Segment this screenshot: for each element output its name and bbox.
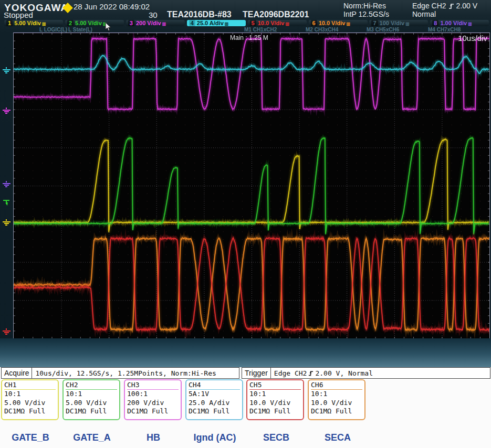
trigger-info-bar[interactable]: Trigger Edge CH2 2.00 V, Normal [242, 367, 490, 379]
bar-item-m3-ch5xch6[interactable]: M3 CH5xCH6 [367, 27, 399, 33]
channel-scale: 200 V/div [136, 20, 161, 26]
probe-icon: ▥ [346, 22, 350, 26]
waveform-graticule: Main : 1.25 M 10us/div [13, 33, 490, 339]
coupling: DC1MΩ Full [66, 407, 117, 416]
channel-box-title: CH5 [249, 380, 301, 390]
channel-scale-bar: 15.00 V/div▥25.00 V/div▥3200 V/div▥425.0… [0, 20, 491, 27]
probe-ratio: 100:1 [127, 390, 179, 399]
channel-scale: 5.00 V/div [14, 20, 41, 26]
channel-button-ch3[interactable]: 3200 V/div▥ [126, 20, 185, 26]
channel-box-title: CH4 [189, 380, 240, 390]
channel-box-title: CH6 [311, 380, 362, 390]
coupling: DC1MΩ Full [249, 407, 301, 416]
channel-button-ch4[interactable]: 425.0 A/div▥ [187, 20, 246, 26]
probe-icon: ▥ [225, 22, 229, 26]
coupling: DC1MΩ Full [127, 407, 179, 416]
channel-box-title: CH3 [127, 380, 179, 390]
channel-button-ch2[interactable]: 25.00 V/div▥ [65, 20, 124, 26]
signal-label-secb: SECB [263, 432, 289, 443]
channel-number: 5 [250, 20, 256, 26]
coupling: DC1MΩ Full [4, 407, 56, 416]
coupling: DC1MΩ Full [189, 407, 240, 416]
bar-item-l-state-l-[interactable]: L State(L) [68, 27, 92, 33]
channel-number: 8 [432, 20, 438, 26]
interpolation-rate: IntP 12.5GS/s [343, 10, 389, 18]
signal-label-gate-a: GATE_A [73, 432, 111, 443]
channel-number: 3 [128, 20, 134, 26]
probe-ratio: 10:1 [249, 390, 301, 399]
acquire-mode: Norm:Hi-Res [343, 2, 386, 10]
acquire-info-bar[interactable]: Acquire 10us/div, 12.5GS/s, 1.25MPoints,… [1, 367, 239, 379]
channel-number: 6 [311, 20, 317, 26]
trigger-info: Edge CH2 2.00 V, Normal [271, 369, 376, 377]
bar-item-l-logic-l-[interactable]: L LOGIC(L) [39, 27, 67, 33]
ch8-position-marker[interactable] [2, 181, 11, 187]
channel-box-ch4[interactable]: CH45A:1V25.0 A/divDC1MΩ Full [185, 379, 243, 420]
channel-box-ch5[interactable]: CH510:110.0 V/divDC1MΩ Full [246, 379, 304, 420]
channel-box-title: CH1 [4, 380, 56, 390]
rising-edge-icon [448, 3, 454, 9]
bar-item-m4-ch7xch8[interactable]: M4 CH7xCH8 [428, 27, 461, 33]
channel-scale: 25.0 A/div [197, 20, 224, 26]
bar-item-m2-ch3xch4[interactable]: M2 CH3xCH4 [306, 27, 338, 33]
vertical-scale: 10.0 V/div [311, 399, 362, 408]
vertical-scale: 25.0 A/div [189, 399, 240, 408]
channel-button-ch5[interactable]: 510.0 V/div▥ [248, 20, 307, 26]
datetime: 28 Jun 2022 08:49:02 [74, 2, 150, 11]
channel-scale: 100 V/div [380, 20, 405, 26]
signal-label-gate-b: GATE_B [12, 432, 49, 443]
trigger-level: 2.00 V [456, 2, 477, 10]
file-name-1: TEA2016DB-#83 [167, 10, 232, 19]
mouse-cursor-icon [105, 22, 112, 34]
record-length-label: Main : 1.25 M [230, 34, 268, 41]
channel-button-ch1[interactable]: 15.00 V/div▥ [4, 20, 63, 26]
probe-ratio: 5A:1V [189, 390, 240, 399]
trigger-info-suffix: 2.00 V, Normal [315, 369, 373, 377]
trigger-label: Trigger [242, 368, 271, 378]
channel-box-ch3[interactable]: CH3100:1200 V/divDC1MΩ Full [124, 379, 182, 420]
top-status-bar: YOKOGAWA Stopped 28 Jun 2022 08:49:02 30… [0, 0, 491, 19]
timebase-label: 10us/div [458, 34, 487, 42]
channel-box-ch2[interactable]: CH210:15.00 V/divDC1MΩ Full [62, 379, 120, 420]
vertical-scale: 10.0 V/div [249, 399, 301, 408]
channel-box-ch6[interactable]: CH610:110.0 V/divDC1MΩ Full [308, 379, 365, 420]
trigger-info-source: Edge CH2 [274, 369, 307, 377]
oscilloscope-screen: YOKOGAWA Stopped 28 Jun 2022 08:49:02 30… [0, 0, 491, 448]
ch1-position-marker[interactable] [2, 219, 11, 226]
coupling: DC1MΩ Full [311, 407, 362, 416]
ch4-position-marker[interactable] [2, 67, 11, 73]
acquire-info: 10us/div, 12.5GS/s, 1.25MPoints, Norm:Hi… [32, 369, 219, 377]
acquire-label: Acquire [2, 368, 32, 378]
channel-scale: 5.00 V/div [75, 20, 102, 26]
probe-ratio: 10:1 [66, 390, 117, 399]
channel-box-title: CH2 [66, 380, 117, 390]
probe-icon: ▥ [42, 22, 46, 26]
channel-button-ch8[interactable]: 81.00 V/div▥ [430, 20, 489, 26]
channel-scale: 1.00 V/div [440, 20, 467, 26]
bar-item-m1-ch1xch2[interactable]: M1 CH1xCH2 [244, 27, 277, 33]
signal-label-seca: SECA [325, 432, 351, 443]
acquisition-count: 30 [149, 10, 158, 19]
waveform-canvas [14, 33, 489, 338]
probe-ratio: 10:1 [4, 390, 56, 399]
probe-ratio: 10:1 [311, 390, 362, 399]
trigger-summary: Edge CH2 2.00 V [412, 2, 477, 10]
lower-gradient-band [0, 338, 491, 367]
run-status: Stopped [4, 10, 33, 19]
ch3-position-marker[interactable] [2, 108, 11, 114]
readout-panel: Acquire 10us/div, 12.5GS/s, 1.25MPoints,… [0, 367, 491, 448]
channel-number: 4 [189, 20, 195, 26]
ch2-trigger-level-marker[interactable] [2, 200, 11, 205]
trigger-source: Edge CH2 [412, 2, 446, 10]
channel-box-ch1[interactable]: CH110:15.00 V/divDC1MΩ Full [1, 379, 59, 420]
ch5-position-marker[interactable] [2, 328, 11, 335]
channel-number: 7 [371, 20, 378, 26]
probe-icon: ▥ [405, 22, 410, 26]
probe-icon: ▥ [468, 22, 472, 26]
file-name-2: TEA2096DB2201 [243, 10, 309, 19]
probe-icon: ▥ [285, 22, 289, 26]
channel-number: 2 [67, 20, 74, 26]
channel-button-ch7[interactable]: 7100 V/div▥ [369, 20, 428, 26]
signal-label-hb: HB [147, 432, 160, 443]
channel-button-ch6[interactable]: 610.0 V/div▥ [309, 20, 368, 26]
